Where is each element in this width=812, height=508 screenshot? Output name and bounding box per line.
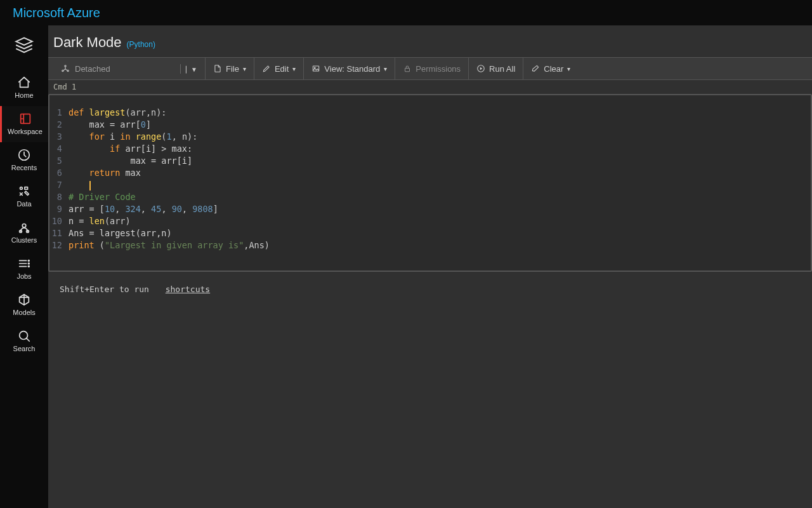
toolbar: Detached ▏▼ File▾ Edit▾ View: Standard▾ … <box>48 57 812 80</box>
svg-point-2 <box>20 187 23 190</box>
cluster-icon <box>61 64 70 73</box>
sidebar: HomeWorkspaceRecentsDataClustersJobsMode… <box>0 25 48 508</box>
title-row: Dark Mode (Python) <box>48 25 812 53</box>
sidebar-item-label: Jobs <box>16 272 31 280</box>
sidebar-item-label: Workspace <box>8 128 43 135</box>
nav: HomeWorkspaceRecentsDataClustersJobsMode… <box>0 70 48 359</box>
page-title: Dark Mode <box>53 34 122 51</box>
eraser-icon <box>531 64 540 73</box>
edit-icon <box>262 64 271 73</box>
clusters-icon <box>17 220 31 234</box>
data-icon <box>17 184 31 198</box>
sidebar-item-label: Home <box>15 91 33 99</box>
run-hint: Shift+Enter to run <box>60 284 149 294</box>
file-icon <box>213 64 222 73</box>
search-icon <box>17 329 31 343</box>
sidebar-item-label: Clusters <box>11 236 37 244</box>
models-icon <box>17 293 31 307</box>
edit-menu[interactable]: Edit▾ <box>254 58 304 79</box>
svg-rect-14 <box>313 66 319 71</box>
sidebar-item-jobs[interactable]: Jobs <box>0 251 48 287</box>
sidebar-item-data[interactable]: Data <box>0 178 48 215</box>
code-block[interactable]: 1def largest(arr,n):2 max = arr[0]3 for … <box>48 94 812 272</box>
clear-menu[interactable]: Clear▾ <box>523 58 578 79</box>
cluster-name: Detached <box>75 64 110 74</box>
run-label: Run All <box>489 64 515 74</box>
shell: HomeWorkspaceRecentsDataClustersJobsMode… <box>0 25 812 508</box>
svg-rect-3 <box>25 187 28 190</box>
cluster-caret[interactable]: ▏▼ <box>180 64 197 74</box>
main: Dark Mode (Python) Detached ▏▼ File▾ Edi… <box>48 25 812 508</box>
permissions-label: Permissions <box>416 64 461 74</box>
shortcuts-link[interactable]: shortcuts <box>166 284 210 294</box>
clear-label: Clear <box>544 64 563 74</box>
page-language: (Python) <box>127 40 155 49</box>
sidebar-item-label: Data <box>16 200 31 208</box>
play-icon <box>476 64 485 73</box>
svg-rect-16 <box>405 68 410 71</box>
footer: Shift+Enter to run shortcuts <box>48 272 812 307</box>
sidebar-item-label: Recents <box>11 164 37 171</box>
svg-point-12 <box>62 70 63 71</box>
file-menu[interactable]: File▾ <box>206 58 254 79</box>
cell: Cmd 1 1def largest(arr,n):2 max = arr[0]… <box>48 80 812 272</box>
permissions-button[interactable]: Permissions <box>395 58 469 79</box>
view-menu[interactable]: View: Standard▾ <box>304 58 395 79</box>
sidebar-item-models[interactable]: Models <box>0 287 48 323</box>
cell-label: Cmd 1 <box>48 80 812 94</box>
sidebar-item-search[interactable]: Search <box>0 323 48 359</box>
file-label: File <box>226 64 239 74</box>
run-all-button[interactable]: Run All <box>469 58 523 79</box>
lock-icon <box>403 64 412 73</box>
sidebar-item-workspace[interactable]: Workspace <box>0 106 48 142</box>
svg-point-8 <box>28 263 29 264</box>
edit-label: Edit <box>275 64 289 74</box>
databricks-logo-icon <box>13 34 35 56</box>
view-label: View: Standard <box>324 64 380 74</box>
image-icon <box>311 64 320 73</box>
home-icon <box>17 76 31 90</box>
svg-point-4 <box>22 224 26 228</box>
svg-point-9 <box>28 266 29 267</box>
workspace-icon <box>18 112 32 126</box>
brand-label: Microsoft Azure <box>13 6 100 20</box>
svg-point-13 <box>67 70 69 71</box>
recents-icon <box>17 148 31 162</box>
code-editor[interactable]: 1def largest(arr,n):2 max = arr[0]3 for … <box>49 107 811 251</box>
top-bar: Microsoft Azure <box>0 0 812 25</box>
sidebar-item-home[interactable]: Home <box>0 70 48 106</box>
sidebar-item-recents[interactable]: Recents <box>0 142 48 178</box>
sidebar-item-label: Search <box>13 345 36 352</box>
sidebar-item-label: Models <box>13 309 35 316</box>
jobs-icon <box>17 257 31 271</box>
cluster-selector[interactable]: Detached ▏▼ <box>53 58 206 79</box>
sidebar-item-clusters[interactable]: Clusters <box>0 215 48 251</box>
svg-point-11 <box>65 65 66 67</box>
svg-point-7 <box>28 260 29 262</box>
